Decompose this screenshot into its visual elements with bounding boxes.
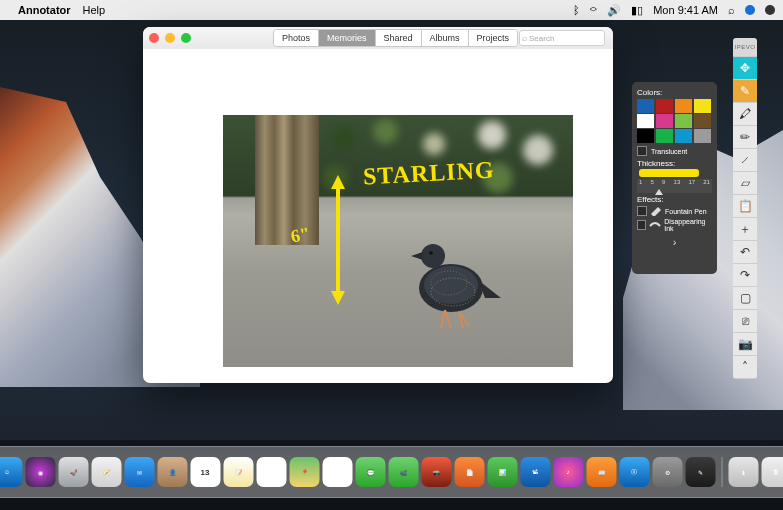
photo-canvas[interactable]: 6" STARLING [223, 115, 573, 367]
dock-trash[interactable]: 🗑 [761, 457, 783, 487]
redo-tool-icon[interactable]: ↷ [733, 264, 757, 287]
color-swatch[interactable] [675, 99, 692, 113]
dock-finder[interactable]: ☺ [0, 457, 22, 487]
bokeh-dot [523, 135, 553, 165]
add-tool-icon[interactable]: ＋ [733, 218, 757, 241]
dock-appstore[interactable]: Ⓐ [619, 457, 649, 487]
battery-icon[interactable]: ▮▯ [631, 4, 643, 17]
dock-pages[interactable]: 📄 [454, 457, 484, 487]
tab-albums[interactable]: Albums [422, 30, 469, 46]
dock-photos[interactable]: ✿ [322, 457, 352, 487]
clipboard-tool-icon[interactable]: 📋 [733, 195, 757, 218]
tab-photos[interactable]: Photos [274, 30, 319, 46]
ipevo-options-panel[interactable]: Colors: Translucent Thickness: 1 5 9 13 … [632, 82, 717, 274]
highlighter-tool-icon[interactable]: 🖍 [733, 103, 757, 126]
control-center-icon[interactable] [745, 5, 755, 15]
annotation-height-text: 6" [289, 223, 312, 247]
app-menu[interactable]: Annotator [18, 4, 71, 16]
color-swatches [637, 99, 712, 143]
translucent-checkbox[interactable] [637, 146, 647, 156]
color-swatch[interactable] [637, 129, 654, 143]
dock-reminders[interactable]: ☑ [256, 457, 286, 487]
fountain-pen-icon [650, 206, 662, 216]
color-swatch[interactable] [656, 114, 673, 128]
color-swatch[interactable] [637, 114, 654, 128]
tab-shared[interactable]: Shared [376, 30, 422, 46]
help-menu[interactable]: Help [83, 4, 106, 16]
thickness-preview [639, 169, 699, 177]
svg-point-3 [429, 251, 433, 255]
panel-expand-button[interactable]: › [637, 236, 712, 248]
bokeh-dot [333, 127, 355, 149]
color-swatch[interactable] [656, 99, 673, 113]
dock-annotator[interactable]: ✎ [685, 457, 715, 487]
dock-safari[interactable]: 🧭 [91, 457, 121, 487]
dock-facetime[interactable]: 📹 [388, 457, 418, 487]
siri-icon[interactable] [765, 5, 775, 15]
dock-downloads[interactable]: ⬇ [728, 457, 758, 487]
translucent-row[interactable]: Translucent [637, 146, 712, 156]
close-button[interactable] [149, 33, 159, 43]
wifi-icon[interactable]: ⌔ [590, 4, 597, 16]
zoom-button[interactable] [181, 33, 191, 43]
collapse-icon[interactable]: ˄ [733, 356, 757, 379]
eraser-tool-icon[interactable]: ▱ [733, 172, 757, 195]
menubar-right: ᛒ ⌔ 🔊 ▮▯ Mon 9:41 AM ⌕ [573, 4, 775, 17]
effect-fountain-checkbox[interactable] [637, 206, 647, 216]
disappearing-ink-icon [649, 220, 661, 230]
color-swatch[interactable] [656, 129, 673, 143]
dock-keynote[interactable]: 📽 [520, 457, 550, 487]
dock-ibooks[interactable]: 📖 [586, 457, 616, 487]
effect-ink-row[interactable]: Disappearing Ink [637, 218, 712, 232]
whiteboard-icon[interactable]: ▢ [733, 287, 757, 310]
color-swatch[interactable] [694, 99, 711, 113]
dock-launchpad[interactable]: 🚀 [58, 457, 88, 487]
undo-tool-icon[interactable]: ↶ [733, 241, 757, 264]
thickness-slider[interactable]: 1 5 9 13 17 21 [637, 179, 712, 193]
dock-notes[interactable]: 📝 [223, 457, 253, 487]
clock[interactable]: Mon 9:41 AM [653, 4, 718, 16]
dock-maps[interactable]: 📍 [289, 457, 319, 487]
dock-messages[interactable]: 💬 [355, 457, 385, 487]
spotlight-icon[interactable]: ⌕ [728, 4, 735, 16]
dock-prefs[interactable]: ⚙ [652, 457, 682, 487]
bokeh-dot [373, 119, 398, 144]
effect-ink-checkbox[interactable] [637, 220, 646, 230]
move-tool-icon[interactable]: ✥ [733, 57, 757, 80]
color-swatch[interactable] [694, 114, 711, 128]
volume-icon[interactable]: 🔊 [607, 4, 621, 17]
dock-mail[interactable]: ✉ [124, 457, 154, 487]
effect-fountain-row[interactable]: Fountain Pen [637, 206, 712, 216]
color-swatch[interactable] [675, 114, 692, 128]
desktop-snap-icon[interactable]: ⎚ [733, 310, 757, 333]
dock-siri[interactable]: ◉ [25, 457, 55, 487]
photos-window: Photos Memories Shared Albums Projects S… [143, 27, 613, 383]
camera-icon[interactable]: 📷 [733, 333, 757, 356]
color-swatch[interactable] [694, 129, 711, 143]
effects-label: Effects: [637, 195, 712, 204]
dock: ☺◉🚀🧭✉👤13📝☑📍✿💬📹📸📄📊📽♪📖Ⓐ⚙✎⬇🗑 [0, 446, 783, 498]
bluetooth-icon[interactable]: ᛒ [573, 4, 580, 16]
line-tool-icon[interactable]: ⟋ [733, 149, 757, 172]
window-titlebar[interactable]: Photos Memories Shared Albums Projects S… [143, 27, 613, 49]
dock-separator [721, 457, 722, 487]
color-swatch[interactable] [637, 99, 654, 113]
pencil-tool-icon[interactable]: ✎ [733, 80, 757, 103]
bokeh-dot [423, 133, 445, 155]
traffic-lights [149, 33, 191, 43]
dock-contacts[interactable]: 👤 [157, 457, 187, 487]
translucent-label: Translucent [651, 148, 687, 155]
dock-photobooth[interactable]: 📸 [421, 457, 451, 487]
tab-memories[interactable]: Memories [319, 30, 376, 46]
brush-tool-icon[interactable]: ✏ [733, 126, 757, 149]
tab-projects[interactable]: Projects [469, 30, 518, 46]
desktop: Annotator Help ᛒ ⌔ 🔊 ▮▯ Mon 9:41 AM ⌕ Ph… [0, 0, 783, 510]
dock-itunes[interactable]: ♪ [553, 457, 583, 487]
minimize-button[interactable] [165, 33, 175, 43]
dock-calendar[interactable]: 13 [190, 457, 220, 487]
color-swatch[interactable] [675, 129, 692, 143]
search-input[interactable]: Search [519, 30, 605, 46]
dock-numbers[interactable]: 📊 [487, 457, 517, 487]
ipevo-brand-label[interactable]: IPEVO [733, 38, 757, 57]
annotation-arrow [328, 175, 348, 305]
